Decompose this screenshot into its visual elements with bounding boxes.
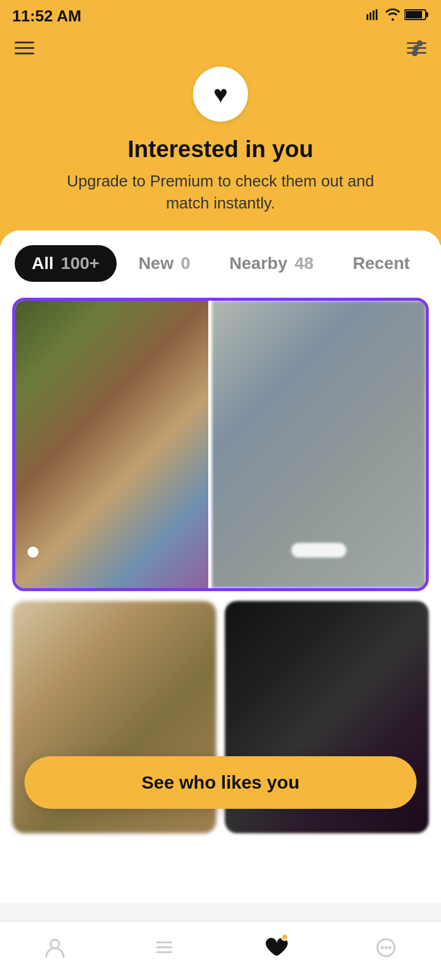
svg-rect-8 <box>156 941 172 943</box>
tabs-bar: All 100+ New 0 Nearby 48 Recent <box>0 230 441 288</box>
menu-button[interactable] <box>15 42 34 54</box>
nav-messages[interactable] <box>374 936 398 959</box>
nav-bar <box>15 32 426 67</box>
battery-icon <box>404 9 429 24</box>
list-icon <box>153 936 176 959</box>
filter-button[interactable] <box>407 42 426 54</box>
tab-nearby[interactable]: Nearby 48 <box>213 245 331 282</box>
top-section: ♥ Interested in you Upgrade to Premium t… <box>0 32 441 245</box>
cta-overlay: See who likes you <box>24 756 417 809</box>
nav-profile[interactable] <box>43 936 67 959</box>
wifi-icon <box>385 9 401 24</box>
svg-point-7 <box>51 940 59 948</box>
svg-rect-3 <box>376 9 377 20</box>
svg-rect-0 <box>366 14 368 20</box>
status-icons <box>366 9 429 24</box>
svg-rect-2 <box>373 10 374 20</box>
page-title: Interested in you <box>15 136 426 163</box>
svg-rect-5 <box>426 12 428 17</box>
svg-point-13 <box>385 946 388 949</box>
main-card: All 100+ New 0 Nearby 48 Recent Se <box>0 230 441 903</box>
bottom-nav <box>0 921 441 980</box>
svg-rect-6 <box>406 11 422 18</box>
tab-recent[interactable]: Recent <box>335 245 426 282</box>
heart-icon: ♥ <box>213 81 228 108</box>
photos-section: See who likes you <box>0 288 441 833</box>
svg-rect-1 <box>370 12 371 20</box>
chat-icon <box>374 936 398 959</box>
status-bar: 11:52 AM <box>0 0 441 32</box>
see-who-likes-button[interactable]: See who likes you <box>24 756 417 809</box>
app-logo: ♥ <box>193 67 248 122</box>
nav-likes[interactable] <box>263 934 288 962</box>
featured-profile-card[interactable] <box>12 298 429 591</box>
svg-rect-9 <box>156 946 172 948</box>
svg-rect-10 <box>156 951 172 953</box>
profile-photo-left <box>15 301 208 588</box>
tab-all[interactable]: All 100+ <box>15 245 117 282</box>
person-icon <box>43 936 67 959</box>
profiles-grid: See who likes you <box>12 601 429 833</box>
status-time: 11:52 AM <box>12 7 81 26</box>
notification-dot <box>281 934 288 941</box>
nav-matches[interactable] <box>153 936 176 959</box>
tab-new[interactable]: New 0 <box>122 245 208 282</box>
page-subtitle: Upgrade to Premium to check them out and… <box>49 170 392 215</box>
svg-point-14 <box>388 946 392 949</box>
svg-point-12 <box>381 946 384 949</box>
profile-photo-right <box>212 301 426 588</box>
signal-icon <box>366 9 381 23</box>
